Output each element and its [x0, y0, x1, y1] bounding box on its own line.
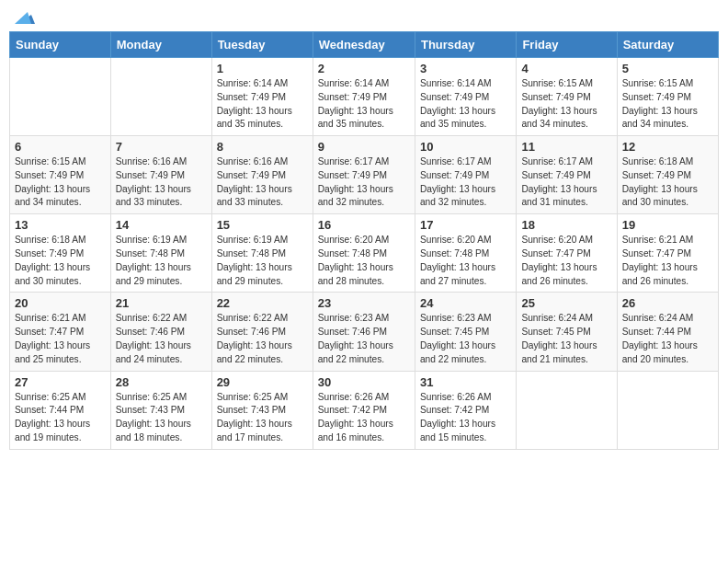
day-detail: Sunrise: 6:24 AM Sunset: 7:44 PM Dayligh…	[622, 312, 713, 366]
week-row-1: 1Sunrise: 6:14 AM Sunset: 7:49 PM Daylig…	[10, 58, 719, 136]
day-number: 2	[318, 62, 410, 75]
day-number: 12	[622, 140, 713, 154]
day-detail: Sunrise: 6:22 AM Sunset: 7:46 PM Dayligh…	[116, 312, 207, 366]
day-cell: 16Sunrise: 6:20 AM Sunset: 7:48 PM Dayli…	[313, 214, 415, 293]
header-monday: Monday	[110, 32, 211, 58]
day-number: 14	[116, 218, 207, 232]
day-number: 25	[521, 296, 611, 310]
logo-icon	[15, 7, 35, 26]
day-detail: Sunrise: 6:17 AM Sunset: 7:49 PM Dayligh…	[420, 155, 511, 210]
day-detail: Sunrise: 6:21 AM Sunset: 7:47 PM Dayligh…	[15, 312, 106, 366]
day-detail: Sunrise: 6:25 AM Sunset: 7:44 PM Dayligh…	[15, 391, 106, 445]
day-detail: Sunrise: 6:17 AM Sunset: 7:49 PM Dayligh…	[521, 155, 611, 210]
day-detail: Sunrise: 6:22 AM Sunset: 7:46 PM Dayligh…	[217, 312, 308, 366]
day-number: 11	[521, 140, 611, 154]
day-number: 29	[217, 375, 308, 389]
day-detail: Sunrise: 6:15 AM Sunset: 7:49 PM Dayligh…	[15, 155, 106, 210]
day-number: 17	[420, 218, 511, 232]
week-row-3: 13Sunrise: 6:18 AM Sunset: 7:49 PM Dayli…	[10, 214, 719, 293]
day-detail: Sunrise: 6:20 AM Sunset: 7:48 PM Dayligh…	[420, 234, 511, 288]
day-number: 27	[15, 375, 106, 389]
day-number: 30	[318, 375, 410, 389]
logo	[13, 9, 35, 26]
day-detail: Sunrise: 6:25 AM Sunset: 7:43 PM Dayligh…	[217, 391, 308, 445]
day-cell: 12Sunrise: 6:18 AM Sunset: 7:49 PM Dayli…	[617, 136, 718, 214]
day-detail: Sunrise: 6:20 AM Sunset: 7:48 PM Dayligh…	[318, 234, 410, 288]
day-cell: 7Sunrise: 6:16 AM Sunset: 7:49 PM Daylig…	[110, 136, 211, 214]
day-number: 7	[116, 140, 207, 154]
day-number: 8	[217, 140, 308, 154]
day-detail: Sunrise: 6:14 AM Sunset: 7:49 PM Dayligh…	[420, 77, 511, 132]
page-header	[9, 9, 719, 26]
day-cell: 22Sunrise: 6:22 AM Sunset: 7:46 PM Dayli…	[211, 293, 313, 371]
day-number: 13	[15, 218, 106, 232]
calendar-header-row: SundayMondayTuesdayWednesdayThursdayFrid…	[10, 32, 719, 58]
day-number: 19	[622, 218, 713, 232]
header-thursday: Thursday	[415, 32, 516, 58]
day-cell: 19Sunrise: 6:21 AM Sunset: 7:47 PM Dayli…	[617, 214, 718, 293]
day-detail: Sunrise: 6:23 AM Sunset: 7:45 PM Dayligh…	[420, 312, 511, 366]
day-cell: 4Sunrise: 6:15 AM Sunset: 7:49 PM Daylig…	[517, 58, 617, 136]
header-saturday: Saturday	[617, 32, 718, 58]
day-cell	[10, 58, 111, 136]
day-detail: Sunrise: 6:15 AM Sunset: 7:49 PM Dayligh…	[622, 77, 713, 132]
day-cell: 25Sunrise: 6:24 AM Sunset: 7:45 PM Dayli…	[517, 293, 617, 371]
day-cell: 2Sunrise: 6:14 AM Sunset: 7:49 PM Daylig…	[313, 58, 415, 136]
day-detail: Sunrise: 6:18 AM Sunset: 7:49 PM Dayligh…	[622, 155, 713, 210]
header-tuesday: Tuesday	[211, 32, 313, 58]
day-cell: 3Sunrise: 6:14 AM Sunset: 7:49 PM Daylig…	[415, 58, 516, 136]
day-detail: Sunrise: 6:14 AM Sunset: 7:49 PM Dayligh…	[217, 77, 308, 132]
day-cell: 30Sunrise: 6:26 AM Sunset: 7:42 PM Dayli…	[313, 371, 415, 449]
day-cell: 29Sunrise: 6:25 AM Sunset: 7:43 PM Dayli…	[211, 371, 313, 449]
header-sunday: Sunday	[10, 32, 111, 58]
day-detail: Sunrise: 6:14 AM Sunset: 7:49 PM Dayligh…	[318, 77, 410, 132]
day-detail: Sunrise: 6:26 AM Sunset: 7:42 PM Dayligh…	[318, 391, 410, 445]
day-number: 5	[622, 62, 713, 75]
day-cell: 8Sunrise: 6:16 AM Sunset: 7:49 PM Daylig…	[211, 136, 313, 214]
day-number: 4	[521, 62, 611, 75]
day-cell: 28Sunrise: 6:25 AM Sunset: 7:43 PM Dayli…	[110, 371, 211, 449]
day-number: 28	[116, 375, 207, 389]
day-cell: 10Sunrise: 6:17 AM Sunset: 7:49 PM Dayli…	[415, 136, 516, 214]
day-cell: 1Sunrise: 6:14 AM Sunset: 7:49 PM Daylig…	[211, 58, 313, 136]
day-detail: Sunrise: 6:16 AM Sunset: 7:49 PM Dayligh…	[217, 155, 308, 210]
day-cell: 9Sunrise: 6:17 AM Sunset: 7:49 PM Daylig…	[313, 136, 415, 214]
day-number: 9	[318, 140, 410, 154]
day-cell: 17Sunrise: 6:20 AM Sunset: 7:48 PM Dayli…	[415, 214, 516, 293]
svg-marker-1	[15, 12, 31, 24]
day-number: 26	[622, 296, 713, 310]
day-detail: Sunrise: 6:16 AM Sunset: 7:49 PM Dayligh…	[116, 155, 207, 210]
day-cell: 15Sunrise: 6:19 AM Sunset: 7:48 PM Dayli…	[211, 214, 313, 293]
day-cell: 21Sunrise: 6:22 AM Sunset: 7:46 PM Dayli…	[110, 293, 211, 371]
day-detail: Sunrise: 6:20 AM Sunset: 7:47 PM Dayligh…	[521, 234, 611, 288]
day-detail: Sunrise: 6:24 AM Sunset: 7:45 PM Dayligh…	[521, 312, 611, 366]
day-detail: Sunrise: 6:15 AM Sunset: 7:49 PM Dayligh…	[521, 77, 611, 132]
day-number: 22	[217, 296, 308, 310]
day-number: 24	[420, 296, 511, 310]
day-number: 3	[420, 62, 511, 75]
day-number: 18	[521, 218, 611, 232]
day-detail: Sunrise: 6:19 AM Sunset: 7:48 PM Dayligh…	[217, 234, 308, 288]
day-cell: 5Sunrise: 6:15 AM Sunset: 7:49 PM Daylig…	[617, 58, 718, 136]
day-number: 23	[318, 296, 410, 310]
day-cell: 26Sunrise: 6:24 AM Sunset: 7:44 PM Dayli…	[617, 293, 718, 371]
day-number: 31	[420, 375, 511, 389]
day-cell: 13Sunrise: 6:18 AM Sunset: 7:49 PM Dayli…	[10, 214, 111, 293]
day-number: 15	[217, 218, 308, 232]
header-friday: Friday	[517, 32, 617, 58]
header-wednesday: Wednesday	[313, 32, 415, 58]
day-cell	[110, 58, 211, 136]
day-detail: Sunrise: 6:26 AM Sunset: 7:42 PM Dayligh…	[420, 391, 511, 445]
week-row-4: 20Sunrise: 6:21 AM Sunset: 7:47 PM Dayli…	[10, 293, 719, 371]
day-detail: Sunrise: 6:19 AM Sunset: 7:48 PM Dayligh…	[116, 234, 207, 288]
day-number: 16	[318, 218, 410, 232]
day-cell: 31Sunrise: 6:26 AM Sunset: 7:42 PM Dayli…	[415, 371, 516, 449]
day-cell: 23Sunrise: 6:23 AM Sunset: 7:46 PM Dayli…	[313, 293, 415, 371]
day-number: 10	[420, 140, 511, 154]
week-row-5: 27Sunrise: 6:25 AM Sunset: 7:44 PM Dayli…	[10, 371, 719, 449]
day-detail: Sunrise: 6:25 AM Sunset: 7:43 PM Dayligh…	[116, 391, 207, 445]
day-cell: 18Sunrise: 6:20 AM Sunset: 7:47 PM Dayli…	[517, 214, 617, 293]
day-number: 1	[217, 62, 308, 75]
day-cell: 14Sunrise: 6:19 AM Sunset: 7:48 PM Dayli…	[110, 214, 211, 293]
day-detail: Sunrise: 6:17 AM Sunset: 7:49 PM Dayligh…	[318, 155, 410, 210]
